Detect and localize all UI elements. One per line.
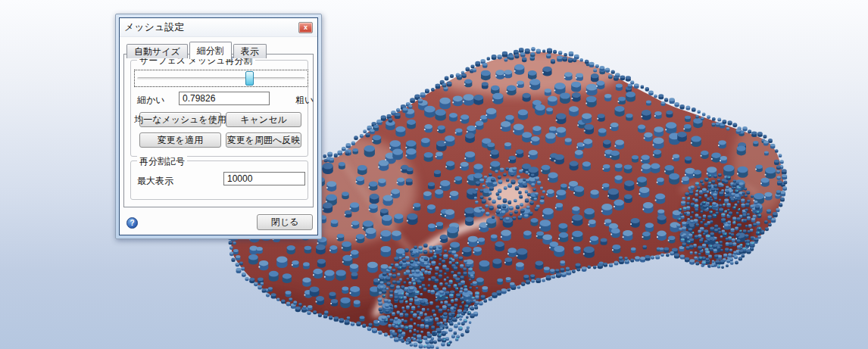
dialog-titlebar[interactable]: メッシュ設定 x [120, 18, 317, 37]
propagate-changes-button[interactable]: 変更を周囲へ反映 [226, 132, 301, 148]
mesh-value-input[interactable] [179, 92, 270, 105]
mesh-settings-dialog: メッシュ設定 x 自動サイズ 細分割 表示 サーフェス メッシュ再分割 細かい … [115, 14, 322, 239]
tab-strip: 自動サイズ 細分割 表示 [126, 42, 268, 58]
use-uniform-mesh-button[interactable]: 均一なメッシュを使用 [139, 112, 221, 127]
coarse-label: 粗い [295, 94, 314, 107]
dialog-title: メッシュ設定 [124, 20, 298, 34]
apply-changes-button[interactable]: 変更を適用 [139, 132, 221, 148]
close-dialog-button[interactable]: 閉じる [257, 214, 313, 230]
help-icon[interactable]: ? [126, 217, 138, 229]
slider-track[interactable] [137, 77, 305, 80]
tab-auto-size[interactable]: 自動サイズ [126, 44, 188, 58]
max-display-label: 最大表示 [137, 175, 173, 188]
close-icon: x [304, 23, 308, 31]
mesh-slider[interactable] [134, 70, 308, 87]
tab-subdivision[interactable]: 細分割 [189, 42, 232, 59]
subdivision-symbols-legend: 再分割記号 [137, 155, 187, 168]
cancel-button[interactable]: キャンセル [226, 112, 301, 127]
fine-label: 細かい [137, 94, 165, 107]
dialog-client: メッシュ設定 x 自動サイズ 細分割 表示 サーフェス メッシュ再分割 細かい … [119, 17, 318, 235]
tab-page: サーフェス メッシュ再分割 細かい 粗い 均一なメッシュを使用 キャンセル 変更… [123, 54, 314, 207]
slider-thumb[interactable] [245, 71, 254, 86]
close-button[interactable]: x [298, 22, 313, 33]
tab-display[interactable]: 表示 [233, 44, 267, 58]
max-display-input[interactable] [223, 172, 305, 185]
